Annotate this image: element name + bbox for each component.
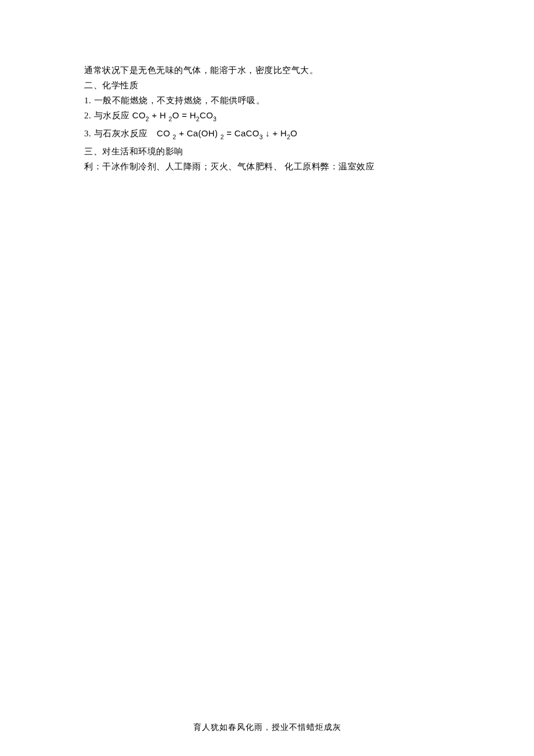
f4-p3: O = H [172,110,196,120]
f4-p4: CO [200,110,213,120]
page-footer: 育人犹如春风化雨，授业不惜蜡炬成灰 [0,722,534,733]
f4-s2: 2 [169,115,172,122]
text-line-1: 通常状况下是无色无味的气体，能溶于水，密度比空气大。 [84,63,450,78]
f5-p5: O [290,128,297,138]
f5-s2: 2 [221,133,224,140]
line4-formula: CO2 + H 2O = H2CO3 [132,110,217,120]
line4-prefix: 2. 与水反应 [84,111,132,120]
f5-p3: = CaCO [224,128,259,138]
f4-s3: 2 [196,115,200,122]
f4-p2: + H [149,110,169,120]
text-line-3: 1. 一般不能燃烧，不支持燃烧，不能供呼吸。 [84,93,450,108]
f5-s3: 3 [259,133,263,140]
text-line-4: 2. 与水反应 CO2 + H 2O = H2CO3 [84,108,450,126]
line5-prefix: 3. 与石灰水反应 [84,129,157,138]
line5-formula: CO 2 + Ca(OH) 2 = CaCO3 ↓ + H2O [157,128,297,138]
f5-s1: 2 [173,133,176,140]
document-content: 通常状况下是无色无味的气体，能溶于水，密度比空气大。 二、化学性质 1. 一般不… [84,63,450,174]
text-line-7: 利：干冰作制冷剂、人工降雨；灭火、气体肥料、 化工原料弊：温室效应 [84,159,450,174]
f5-p4: ↓ + H [263,128,287,138]
f4-s1: 2 [146,115,149,122]
f5-p2: + Ca(OH) [176,128,221,138]
f4-s4: 3 [213,115,217,122]
text-line-5: 3. 与石灰水反应 CO 2 + Ca(OH) 2 = CaCO3 ↓ + H2… [84,126,450,144]
text-line-6: 三、对生活和环境的影响 [84,144,450,159]
f5-s4: 2 [287,133,290,140]
text-line-2: 二、化学性质 [84,78,450,93]
f4-p1: CO [132,110,146,120]
f5-p1: CO [157,128,173,138]
